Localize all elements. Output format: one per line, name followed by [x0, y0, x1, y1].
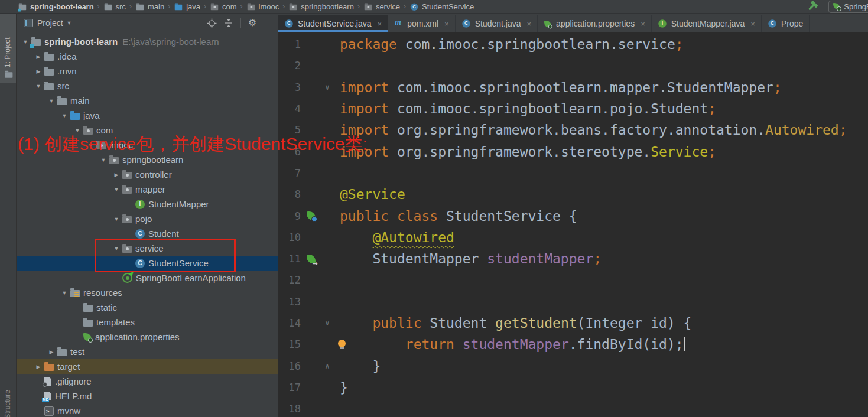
close-icon[interactable]: × — [526, 19, 531, 28]
breadcrumb-label: src — [116, 2, 126, 11]
package-icon — [365, 5, 372, 10]
project-toolwindow-label[interactable]: 1: Project — [4, 37, 12, 67]
breadcrumb-item-studentservice[interactable]: StudentService — [409, 2, 474, 12]
close-icon[interactable]: × — [444, 19, 449, 28]
tree-item-mapper[interactable]: ▼mapper — [17, 182, 278, 197]
breadcrumb-item-spring-boot-learn[interactable]: spring-boot-learn — [18, 2, 94, 11]
tree-item-static[interactable]: static — [17, 300, 278, 315]
code-line-11[interactable]: 11 StudentMapper studentMapper; — [278, 248, 868, 269]
tree-item-src[interactable]: ▼src — [17, 79, 278, 93]
chevron-down-icon[interactable]: ▼ — [58, 113, 70, 119]
tree-item-controller[interactable]: ▶controller — [17, 167, 278, 182]
project-toolwindow-icon — [5, 72, 13, 78]
code-line-9[interactable]: 9public class StudentService { — [278, 206, 868, 227]
gutter-spring-wire-icon[interactable] — [301, 248, 321, 269]
intention-bulb-icon[interactable] — [338, 340, 346, 347]
fold-marker-icon[interactable]: ∨ — [321, 312, 334, 334]
tab-prope[interactable]: Prope — [762, 15, 810, 32]
code-line-14[interactable]: 14∨ public Student getStudent(Integer id… — [278, 312, 868, 334]
build-hammer-icon[interactable] — [806, 0, 819, 13]
fold-slot — [321, 55, 334, 76]
code-line-7[interactable]: 7 — [278, 162, 868, 184]
chevron-down-icon[interactable]: ▼ — [97, 157, 109, 163]
git-icon — [44, 377, 51, 386]
code-token: com.imooc.springbootlearn.service — [405, 37, 675, 52]
tree-item-help.md[interactable]: HELP.md — [17, 389, 278, 403]
tree-item-studentmapper[interactable]: StudentMapper — [17, 197, 278, 211]
tree-item-spring-boot-learn[interactable]: ▼spring-boot-learnE:\java\spring-boot-le… — [17, 34, 278, 49]
chevron-right-icon[interactable]: ▶ — [32, 364, 44, 370]
locate-file-icon[interactable] — [207, 18, 217, 28]
code-line-3[interactable]: 3∨import com.imooc.springbootlearn.mappe… — [278, 77, 868, 98]
tree-item-resources[interactable]: ▼resources — [17, 285, 278, 300]
chevron-down-icon[interactable]: ▼ — [110, 187, 122, 193]
code-token: StudentService { — [446, 209, 577, 224]
fold-marker-icon[interactable]: ∧ — [321, 356, 334, 377]
tree-item-test[interactable]: ▶test — [17, 344, 278, 359]
breadcrumb-item-com[interactable]: com — [210, 2, 237, 11]
tree-item-mvnw[interactable]: mvnw — [17, 403, 278, 417]
tree-item-pojo[interactable]: ▼pojo — [17, 211, 278, 226]
chevron-down-icon[interactable]: ▼ — [45, 98, 57, 104]
chevron-right-icon[interactable]: ▶ — [110, 172, 122, 178]
close-icon[interactable]: × — [750, 19, 755, 28]
chevron-down-icon[interactable]: ▼ — [67, 20, 72, 26]
tree-item-application.properties[interactable]: application.properties — [17, 330, 278, 344]
code-line-17[interactable]: 17} — [278, 377, 868, 398]
tree-item-main[interactable]: ▼main — [17, 93, 278, 108]
tree-item-.mvn[interactable]: ▶.mvn — [17, 64, 278, 79]
breadcrumb-item-service[interactable]: service — [363, 2, 400, 11]
breadcrumb-item-imooc[interactable]: imooc — [246, 2, 279, 11]
breadcrumb-item-main[interactable]: main — [135, 2, 164, 11]
tree-item-.gitignore[interactable]: .gitignore — [17, 374, 278, 389]
tree-item-target[interactable]: ▶target — [17, 359, 278, 374]
gutter-slot — [301, 55, 321, 76]
hide-panel-icon[interactable]: — — [264, 18, 272, 28]
breadcrumb-item-java[interactable]: java — [174, 2, 200, 11]
breadcrumb-item-src[interactable]: src — [103, 2, 126, 11]
chevron-right-icon[interactable]: ▶ — [32, 54, 44, 60]
code-line-15[interactable]: 15 return studentMapper.findById(id); — [278, 334, 868, 355]
fold-marker-icon[interactable]: ∨ — [321, 77, 334, 98]
project-panel-title[interactable]: Project — [37, 18, 63, 28]
tab-student.java[interactable]: Student.java× — [456, 15, 538, 32]
code-line-18[interactable]: 18 — [278, 398, 868, 417]
tree-item-templates[interactable]: templates — [17, 315, 278, 330]
gutter-spring-bean-icon[interactable] — [301, 206, 321, 227]
tab-application.properties[interactable]: application.properties× — [538, 15, 652, 32]
code-line-8[interactable]: 8@Service — [278, 184, 868, 205]
code-line-16[interactable]: 16∧ } — [278, 356, 868, 377]
folder-root-icon — [19, 5, 26, 10]
code-line-12[interactable]: 12 — [278, 269, 868, 291]
structure-toolwindow-button[interactable]: 7: Structure — [4, 390, 12, 417]
gutter-slot — [301, 291, 321, 312]
code-line-1[interactable]: 1package com.imooc.springbootlearn.servi… — [278, 34, 868, 55]
chevron-right-icon[interactable]: ▶ — [32, 69, 44, 74]
close-icon[interactable]: × — [641, 19, 645, 28]
tab-studentmapper.java[interactable]: StudentMapper.java× — [652, 15, 762, 32]
chevron-down-icon[interactable]: ▼ — [19, 39, 31, 45]
code-line-4[interactable]: 4import com.imooc.springbootlearn.pojo.S… — [278, 98, 868, 119]
code-editor[interactable]: 1package com.imooc.springbootlearn.servi… — [278, 32, 868, 417]
close-icon[interactable]: × — [378, 19, 382, 28]
tree-item-.idea[interactable]: ▶.idea — [17, 49, 278, 64]
code-line-13[interactable]: 13 — [278, 291, 868, 312]
chevron-right-icon[interactable]: ▶ — [45, 349, 57, 355]
tree-item-springbootlearnapplication[interactable]: SpringBootLearnApplication — [17, 271, 278, 285]
chevron-down-icon[interactable]: ▼ — [58, 290, 70, 296]
folder-icon — [44, 54, 54, 61]
code-line-10[interactable]: 10 @Autowired — [278, 227, 868, 248]
chevron-down-icon[interactable]: ▼ — [71, 128, 83, 133]
run-configuration-selector[interactable]: SpringBoo — [828, 1, 868, 13]
folder-res-icon — [70, 290, 80, 297]
collapse-all-icon[interactable] — [224, 18, 233, 28]
tree-item-java[interactable]: ▼java — [17, 108, 278, 123]
breadcrumb-item-springbootlearn[interactable]: springbootlearn — [288, 2, 354, 11]
gear-icon[interactable]: ⚙ — [248, 18, 256, 28]
code-line-2[interactable]: 2 — [278, 55, 868, 76]
chevron-down-icon[interactable]: ▼ — [32, 83, 44, 89]
gutter-slot — [301, 34, 321, 55]
chevron-down-icon[interactable]: ▼ — [110, 216, 122, 222]
tab-studentservice.java[interactable]: StudentService.java× — [278, 15, 388, 32]
tab-pom.xml[interactable]: pom.xml× — [388, 15, 456, 32]
